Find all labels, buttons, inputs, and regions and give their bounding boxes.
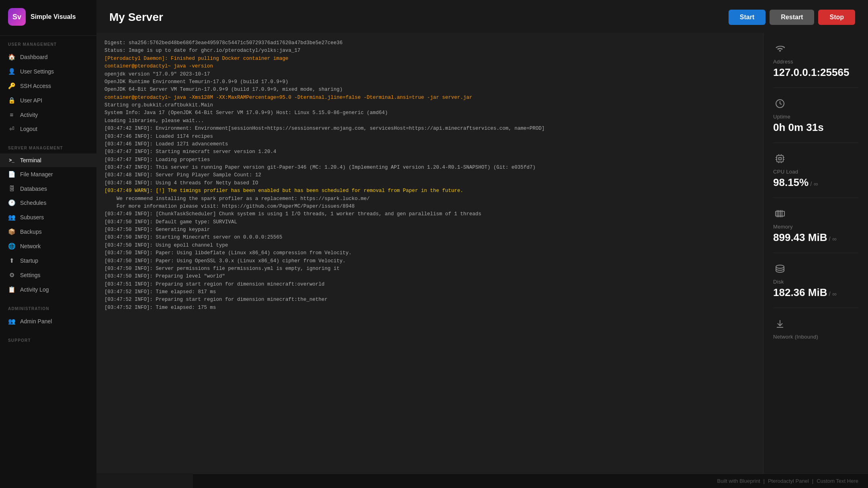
- section-user-label: USER MANAGEMENT: [0, 42, 96, 50]
- logout-icon: ⏎: [8, 125, 15, 133]
- sidebar-item-label: Databases: [20, 186, 47, 192]
- logo-area: Sv Simple Visuals: [0, 0, 96, 36]
- sidebar-item-file-manager[interactable]: 📄 File Manager: [0, 167, 96, 182]
- sidebar-item-label: Terminal: [20, 157, 41, 163]
- stat-cpu-value: 98.15% / ∞: [773, 176, 858, 189]
- terminal-panel[interactable]: Digest: sha256:5762bed48be686f3eae495978…: [96, 33, 764, 474]
- settings-icon: ⚙: [8, 272, 15, 279]
- sidebar-item-ssh-access[interactable]: 🔑 SSH Access: [0, 79, 96, 93]
- sidebar-item-user-api[interactable]: 🔒 User API: [0, 93, 96, 108]
- network-icon: 🌐: [8, 243, 15, 250]
- stat-cpu-header: [773, 152, 858, 165]
- stat-disk-label: Disk: [773, 279, 858, 285]
- stat-address-header: [773, 42, 858, 55]
- sidebar-item-label: Startup: [20, 257, 38, 264]
- sidebar-item-settings[interactable]: ⚙ Settings: [0, 268, 96, 282]
- page-title: My Server: [109, 11, 163, 24]
- sidebar-item-label: Logout: [20, 126, 37, 132]
- key-icon: 🔑: [8, 82, 15, 90]
- footer: Built with Blueprint | Pterodactyl Panel…: [193, 474, 868, 488]
- footer-built-with: Built with Blueprint: [717, 478, 760, 484]
- disk-icon: [773, 262, 787, 276]
- sidebar-item-terminal[interactable]: >_ Terminal: [0, 153, 96, 167]
- home-icon: 🏠: [8, 53, 15, 61]
- sidebar-item-label: Subusers: [20, 214, 44, 221]
- sidebar-item-logout[interactable]: ⏎ Logout: [0, 122, 96, 136]
- stat-cpu-label: CPU Load: [773, 169, 858, 175]
- stat-uptime: Uptime 0h 0m 31s: [773, 88, 858, 143]
- stat-memory-value: 899.43 MiB / ∞: [773, 231, 858, 244]
- sidebar-item-databases[interactable]: 🗄 Databases: [0, 182, 96, 196]
- section-server-label: SERVER MANAGEMENT: [0, 146, 96, 153]
- stats-panel: Address 127.0.0.1:25565 Uptime 0h 0m 31s: [764, 33, 868, 474]
- stat-address: Address 127.0.0.1:25565: [773, 33, 858, 88]
- wifi-icon: [773, 42, 787, 55]
- logo-name: Simple Visuals: [31, 13, 76, 20]
- memory-icon: [773, 207, 787, 221]
- sidebar-item-label: Settings: [20, 272, 41, 278]
- network-inbound-icon: [773, 317, 787, 331]
- users-icon: 👥: [8, 214, 15, 221]
- restart-button[interactable]: Restart: [770, 10, 814, 25]
- sidebar-item-user-settings[interactable]: 👤 User Settings: [0, 64, 96, 79]
- stat-cpu: CPU Load 98.15% / ∞: [773, 143, 858, 198]
- cpu-icon: [773, 152, 787, 165]
- sidebar-item-label: Schedules: [20, 200, 46, 206]
- clock-icon: 🕐: [8, 199, 15, 206]
- startup-icon: ⬆: [8, 257, 15, 264]
- sidebar-item-label: Network: [20, 243, 41, 249]
- sidebar-item-dashboard[interactable]: 🏠 Dashboard: [0, 50, 96, 64]
- stat-disk: Disk 182.36 MiB / ∞: [773, 253, 858, 308]
- header-actions: Start Restart Stop: [729, 10, 855, 25]
- section-support-label: SUPPORT: [0, 338, 96, 346]
- footer-custom: Custom Text Here: [817, 478, 858, 484]
- start-button[interactable]: Start: [729, 10, 766, 25]
- stat-network-inbound: Network (Inbound): [773, 308, 858, 349]
- footer-panel: Pterodactyl Panel: [768, 478, 809, 484]
- section-administration: ADMINISTRATION 👥 Admin Panel: [0, 300, 96, 332]
- stop-button[interactable]: Stop: [818, 10, 855, 25]
- sidebar-item-label: Activity: [20, 112, 38, 118]
- stat-uptime-header: [773, 97, 858, 110]
- section-admin-label: ADMINISTRATION: [0, 306, 96, 314]
- sidebar-item-admin-panel[interactable]: 👥 Admin Panel: [0, 314, 96, 329]
- sidebar-item-subusers[interactable]: 👥 Subusers: [0, 210, 96, 225]
- stat-disk-value: 182.36 MiB / ∞: [773, 286, 858, 299]
- stat-memory-label: Memory: [773, 224, 858, 230]
- file-icon: 📄: [8, 171, 15, 178]
- sidebar: Sv Simple Visuals USER MANAGEMENT 🏠 Dash…: [0, 0, 96, 488]
- list-icon: ≡: [8, 111, 15, 118]
- stat-address-value: 127.0.0.1:25565: [773, 66, 858, 79]
- database-icon: 🗄: [8, 185, 15, 192]
- sidebar-item-label: Backups: [20, 229, 42, 235]
- activity-log-icon: 📋: [8, 286, 15, 293]
- section-support: SUPPORT: [0, 332, 96, 349]
- header: My Server Start Restart Stop: [96, 0, 868, 33]
- lock-icon: 🔒: [8, 97, 15, 104]
- sidebar-item-network[interactable]: 🌐 Network: [0, 239, 96, 253]
- admin-icon: 👥: [8, 318, 15, 325]
- stat-uptime-value: 0h 0m 31s: [773, 121, 858, 134]
- sidebar-item-activity[interactable]: ≡ Activity: [0, 108, 96, 122]
- backup-icon: 📦: [8, 228, 15, 235]
- sidebar-item-label: File Manager: [20, 171, 53, 178]
- sidebar-item-backups[interactable]: 📦 Backups: [0, 225, 96, 239]
- sidebar-item-activity-log[interactable]: 📋 Activity Log: [0, 282, 96, 297]
- sidebar-item-label: SSH Access: [20, 83, 51, 89]
- logo-icon: Sv: [8, 8, 26, 26]
- stat-memory: Memory 899.43 MiB / ∞: [773, 198, 858, 253]
- sidebar-item-schedules[interactable]: 🕐 Schedules: [0, 196, 96, 210]
- sidebar-item-startup[interactable]: ⬆ Startup: [0, 253, 96, 268]
- sidebar-item-label: Admin Panel: [20, 318, 52, 325]
- main-content: My Server Start Restart Stop Digest: sha…: [96, 0, 868, 488]
- sidebar-item-label: User API: [20, 97, 42, 104]
- terminal-icon: >_: [8, 157, 15, 163]
- sidebar-item-label: Activity Log: [20, 286, 49, 293]
- svg-rect-2: [779, 157, 781, 160]
- content-area: Digest: sha256:5762bed48be686f3eae495978…: [96, 33, 868, 474]
- user-icon: 👤: [8, 68, 15, 75]
- clock-stat-icon: [773, 97, 787, 110]
- stat-memory-header: [773, 207, 858, 221]
- stat-address-label: Address: [773, 59, 858, 65]
- svg-point-24: [776, 265, 784, 268]
